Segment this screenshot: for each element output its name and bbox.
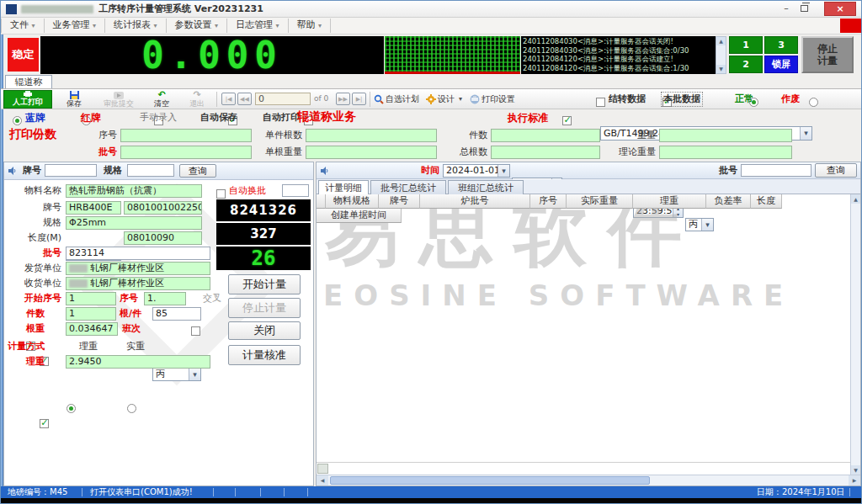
design-dropdown-icon[interactable]: ▾ [459,95,462,103]
theory-weight-field[interactable] [659,146,792,159]
search-grade-input[interactable] [45,164,97,177]
left-query-button[interactable]: 查询 [179,164,216,178]
col-header[interactable]: 长度 [751,194,782,209]
length-label: 长度(M) [4,231,61,245]
row-selector-header [317,194,326,209]
receiver-field[interactable]: 轧钢厂棒材作业区 [66,277,210,290]
horizontal-scrollbar[interactable]: ◀ ▶ [317,475,860,485]
measure-verify-button[interactable]: 计量核准 [228,345,301,365]
col-header[interactable]: 序号 [530,194,567,209]
pieces-per-field[interactable] [306,129,437,142]
console-scrollbar[interactable]: ▲ ▼ [716,36,726,74]
menu-item-help[interactable]: 帮助 ▾ [288,19,332,33]
nav-last-button[interactable]: ▶| [352,93,366,105]
lock-screen-button[interactable]: 锁屏 [764,56,798,73]
col-header[interactable]: 实际重量 [567,194,633,209]
quick-button-2[interactable]: 2 [729,56,763,73]
total-rods-label: 总根数 [450,146,487,159]
restore-button[interactable] [801,5,808,12]
scroll-right-icon[interactable]: ▶ [849,475,860,485]
grade-field[interactable]: HRB400E [66,201,121,215]
batch-field[interactable]: 823114 [66,247,210,260]
cross-checkbox[interactable] [191,326,200,336]
console-line: 240112084030<消息>:计量服务器会话集合:0/30 [523,46,714,56]
rods-per-field[interactable]: 85 [152,307,201,321]
auto-batch-field[interactable] [282,184,309,197]
nav-next-button[interactable]: ▶▶ [336,93,350,105]
tab-roller-scale[interactable]: 辊道称 [5,75,52,88]
theory-field[interactable]: 2.9450 [66,355,210,369]
record-position-input[interactable]: 0 [255,93,311,105]
per-weight-field[interactable] [306,146,437,159]
scrollbar-thumb[interactable] [330,476,650,485]
scroll-up-icon[interactable]: ▲ [716,37,726,45]
menu-item-business[interactable]: 业务管理 ▾ [44,19,105,33]
save-button[interactable]: 保存 [56,90,92,109]
search-spec-input[interactable] [127,164,174,177]
theory-checkbox[interactable] [40,419,49,428]
total-rods-field[interactable] [491,146,600,159]
batch-filter-input[interactable] [741,164,811,177]
length-code-field[interactable]: 08010090 [124,231,202,245]
right-filter-bar: 时间 2024-01-01 00:00:00 2024-01-11 23:59:… [317,162,860,179]
piece-count-field[interactable] [491,129,600,142]
scroll-left-icon[interactable]: ◀ [317,475,328,485]
method-theory-radio[interactable] [67,404,76,413]
date-from-select[interactable]: 2024-01-01 [443,164,510,178]
rod-weight-field[interactable]: 0.034647 [66,322,118,336]
batch-no-field[interactable] [120,146,252,159]
left-search-bar: 牌号 规格 查询 [4,162,313,180]
scroll-down-icon[interactable]: ▼ [851,465,860,475]
carryover-checkbox[interactable] [596,98,605,107]
col-header[interactable]: 牌号 [379,194,420,209]
quick-button-1[interactable]: 1 [729,36,763,54]
quick-button-3[interactable]: 3 [764,36,798,54]
clear-button[interactable]: ↶ 清空 [146,90,178,109]
minimize-button[interactable]: – [777,2,795,15]
col-header[interactable]: 负差率 [706,194,751,209]
piece-count-label: 件数 [455,129,487,142]
stop-measure-side-button[interactable]: 停止计量 [228,298,301,318]
time-filter-label: 时间 [421,164,439,178]
col-header[interactable]: 创建单据时间 [317,209,402,223]
grade-code-field[interactable]: 0801001002250 [124,201,202,215]
auto-batch-checkbox[interactable] [216,189,226,199]
close-panel-button[interactable]: 关闭 [228,321,301,340]
nav-first-button[interactable]: |◀ [221,93,236,105]
approve-submit-button[interactable]: 审批提交 [97,90,141,109]
col-header[interactable]: 物料规格 [326,194,379,209]
close-button[interactable]: × [824,2,856,16]
serial-field[interactable] [120,129,252,142]
right-query-button[interactable]: 查询 [815,163,857,178]
col-header[interactable]: 理重 [633,194,706,209]
menu-item-file[interactable]: 文件 ▾ [1,19,44,33]
invalid-radio[interactable] [809,98,818,107]
menu-item-params[interactable]: 参数设置 ▾ [166,19,227,33]
shift-select[interactable]: 丙 [152,368,201,381]
method-actual-radio[interactable] [127,404,136,413]
material-field[interactable]: 热轧带肋钢筋（抗震） [66,184,202,198]
status-separator [82,488,82,496]
shipper-field[interactable]: 轧钢厂棒材作业区 [66,262,210,275]
menu-item-reports[interactable]: 统计报表 ▾ [104,19,166,33]
blue-plate-radio[interactable] [13,116,22,125]
seq-field[interactable]: 1. [144,292,186,305]
menu-item-logs[interactable]: 日志管理 ▾ [226,19,288,33]
scroll-down-icon[interactable]: ▼ [716,65,726,73]
start-seq-field[interactable]: 1 [66,292,116,305]
select-plan-button[interactable]: 自选计划 [374,90,419,109]
material-label: 物料名称 [4,184,61,198]
manual-print-button[interactable]: 人工打印 [3,90,52,109]
pieces-field[interactable]: 1 [66,307,116,321]
design-button[interactable]: 设计 [423,90,457,109]
weight-field[interactable] [659,129,792,142]
standard-checkbox[interactable] [562,116,572,125]
record-count-label: of 0 [314,94,328,103]
stop-measure-button[interactable]: 停止计量 [801,36,854,73]
spec-field[interactable]: Φ25mm [66,216,202,230]
exit-button[interactable]: ↷ 退出 [181,90,213,109]
start-measure-button[interactable]: 开始计量 [228,274,301,294]
nav-prev-button[interactable]: ◀◀ [237,93,252,105]
print-setup-button[interactable]: 打印设置 [469,90,516,109]
col-header[interactable]: 炉批号 [420,194,530,209]
